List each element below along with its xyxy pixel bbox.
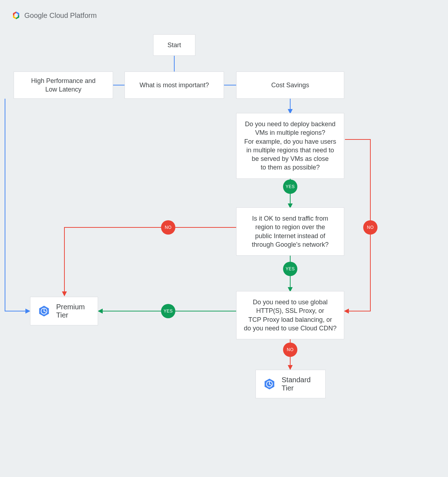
node-option-performance: High Performance and Low Latency [14,72,113,99]
badge-no-internet: NO [161,220,175,235]
node-question-global: Do you need to use global HTTP(S), SSL P… [236,291,344,339]
node-standard-tier: Standard Tier [255,370,326,398]
node-start: Start [153,34,195,56]
badge-no-label: NO [165,225,172,230]
badge-no-global: NO [283,343,297,357]
svg-point-11 [269,384,270,385]
node-question-main: What is most important? [125,72,224,99]
node-premium-tier-label: Premium Tier [56,303,91,319]
badge-no-label: NO [287,347,294,352]
badge-yes-label: YES [286,184,295,189]
node-question-regions: Do you need to deploy backend VMs in mul… [236,113,344,179]
node-question-regions-label: Do you need to deploy backend VMs in mul… [244,120,336,172]
svg-point-9 [44,311,45,312]
gcp-logo-text: Google Cloud Platform [24,11,97,20]
node-premium-tier: Premium Tier [30,297,98,325]
node-question-internet-label: Is it OK to send traffic from region to … [252,214,329,249]
badge-yes-label: YES [164,309,173,314]
gcp-hexagon-icon [11,11,21,20]
node-option-cost-label: Cost Savings [271,81,309,89]
node-standard-tier-label: Standard Tier [282,376,318,392]
badge-yes-label: YES [286,266,295,271]
badge-no-label: NO [367,225,374,230]
badge-yes-internet: YES [283,262,297,276]
node-question-global-label: Do you need to use global HTTP(S), SSL P… [244,298,336,333]
gcp-logo: Google Cloud Platform [11,11,97,20]
node-question-main-label: What is most important? [140,81,209,89]
badge-no-regions: NO [363,220,378,235]
premium-tier-icon [38,305,50,318]
badge-yes-global: YES [161,304,175,318]
badge-yes-regions: YES [283,180,297,194]
standard-tier-icon [263,378,276,390]
node-start-label: Start [167,41,181,49]
node-option-performance-label: High Performance and Low Latency [31,77,96,94]
node-option-cost: Cost Savings [236,72,344,99]
node-question-internet: Is it OK to send traffic from region to … [236,207,344,256]
